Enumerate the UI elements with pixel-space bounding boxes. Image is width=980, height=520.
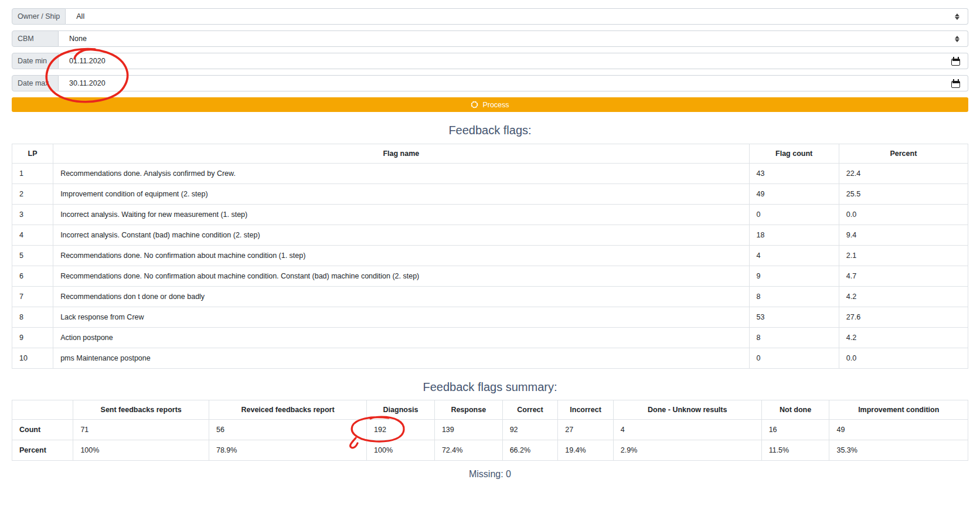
flags-table-row: 3Incorrect analysis. Waiting for new mea… <box>12 205 968 225</box>
summary-table-row: Count7156192139922741649 <box>12 420 968 440</box>
flags-table-body: 1Recommendations done. Analysis confirme… <box>12 164 968 369</box>
percent-cell: 4.2 <box>839 328 968 348</box>
flags-col-percent: Percent <box>839 144 968 164</box>
summary-value-cell: 27 <box>558 420 614 440</box>
flag-count-cell: 8 <box>749 287 839 307</box>
percent-cell: 9.4 <box>839 225 968 246</box>
summary-col-8: Not done <box>761 400 829 420</box>
filter-form: Owner / Ship All CBM None Date min 01.11… <box>0 0 980 91</box>
summary-col-9: Improvement condition <box>829 400 968 420</box>
percent-cell: 0.0 <box>839 348 968 369</box>
select-arrows-icon <box>955 13 959 20</box>
percent-cell: 22.4 <box>839 164 968 184</box>
owner-ship-label: Owner / Ship <box>12 8 66 25</box>
date-max-label: Date max <box>12 75 59 91</box>
calendar-icon[interactable] <box>951 57 961 66</box>
summary-value-cell: 192 <box>367 420 435 440</box>
flags-table-header-row: LP Flag name Flag count Percent <box>12 144 968 164</box>
date-min-label: Date min <box>12 53 59 69</box>
summary-row-label: Percent <box>12 440 73 461</box>
summary-value-cell: 56 <box>209 420 366 440</box>
summary-col-2: Reveiced feedbacks report <box>209 400 366 420</box>
flag-count-cell: 4 <box>749 246 839 266</box>
summary-col-6: Incorrect <box>558 400 614 420</box>
summary-value-cell: 35.3% <box>829 440 968 461</box>
summary-col-7: Done - Unknow results <box>613 400 761 420</box>
flag-count-cell: 43 <box>749 164 839 184</box>
date-max-value: 30.11.2020 <box>69 79 106 87</box>
flags-table-row: 7Recommendations don t done or done badl… <box>12 287 968 307</box>
summary-col-5: Correct <box>502 400 558 420</box>
summary-value-cell: 16 <box>761 420 829 440</box>
summary-value-cell: 49 <box>829 420 968 440</box>
summary-value-cell: 66.2% <box>502 440 558 461</box>
flags-table-row: 5Recommendations done. No confirmation a… <box>12 246 968 266</box>
lp-cell: 6 <box>12 266 53 287</box>
cbm-value: None <box>69 35 87 43</box>
flag-count-cell: 53 <box>749 307 839 328</box>
lp-cell: 7 <box>12 287 53 307</box>
flag-count-cell: 0 <box>749 348 839 369</box>
percent-cell: 2.1 <box>839 246 968 266</box>
flag-count-cell: 9 <box>749 266 839 287</box>
flags-table-row: 9Action postpone84.2 <box>12 328 968 348</box>
summary-col-1: Sent feedbacks reports <box>73 400 209 420</box>
process-button-label: Process <box>482 101 509 109</box>
flags-col-name: Flag name <box>53 144 749 164</box>
summary-value-cell: 4 <box>613 420 761 440</box>
lp-cell: 8 <box>12 307 53 328</box>
percent-cell: 4.7 <box>839 266 968 287</box>
summary-value-cell: 19.4% <box>558 440 614 461</box>
cbm-select[interactable]: None <box>59 30 968 47</box>
summary-value-cell: 139 <box>434 420 502 440</box>
date-max-input[interactable]: 30.11.2020 <box>59 75 968 91</box>
owner-ship-value: All <box>76 12 84 21</box>
flag-name-cell: Recommendations done. Analysis confirmed… <box>53 164 749 184</box>
filter-row-cbm: CBM None <box>12 30 968 47</box>
lp-cell: 10 <box>12 348 53 369</box>
calendar-icon[interactable] <box>951 79 961 88</box>
spinner-icon <box>471 101 478 108</box>
flag-count-cell: 18 <box>749 225 839 246</box>
summary-value-cell: 2.9% <box>613 440 761 461</box>
summary-value-cell: 72.4% <box>434 440 502 461</box>
flags-table-row: 6Recommendations done. No confirmation a… <box>12 266 968 287</box>
cbm-label: CBM <box>12 30 59 47</box>
lp-cell: 2 <box>12 184 53 205</box>
summary-value-cell: 92 <box>502 420 558 440</box>
flags-table-row: 4Incorrect analysis. Constant (bad) mach… <box>12 225 968 246</box>
summary-table-row: Percent100%78.9%100%72.4%66.2%19.4%2.9%1… <box>12 440 968 461</box>
summary-col-0 <box>12 400 73 420</box>
flag-count-cell: 8 <box>749 328 839 348</box>
summary-table-title: Feedback flags summary: <box>0 379 980 395</box>
owner-ship-select[interactable]: All <box>66 8 968 25</box>
summary-value-cell: 100% <box>73 440 209 461</box>
flag-name-cell: Improvement condition of equipment (2. s… <box>53 184 749 205</box>
summary-col-4: Response <box>434 400 502 420</box>
date-min-input[interactable]: 01.11.2020 <box>59 53 968 69</box>
lp-cell: 9 <box>12 328 53 348</box>
flag-count-cell: 0 <box>749 205 839 225</box>
flag-name-cell: Incorrect analysis. Waiting for new meas… <box>53 205 749 225</box>
summary-table-body: Count7156192139922741649Percent100%78.9%… <box>12 420 968 461</box>
lp-cell: 5 <box>12 246 53 266</box>
percent-cell: 27.6 <box>839 307 968 328</box>
flags-table-row: 1Recommendations done. Analysis confirme… <box>12 164 968 184</box>
flag-name-cell: Recommendations done. No confirmation ab… <box>53 266 749 287</box>
flags-table-row: 10pms Maintenance postpone00.0 <box>12 348 968 369</box>
percent-cell: 25.5 <box>839 184 968 205</box>
process-button[interactable]: Process <box>12 97 968 112</box>
summary-table: Sent feedbacks reportsReveiced feedbacks… <box>12 400 968 461</box>
flags-table-title: Feedback flags: <box>0 122 980 138</box>
filter-row-owner-ship: Owner / Ship All <box>12 8 968 25</box>
flag-name-cell: Lack response from Crew <box>53 307 749 328</box>
summary-value-cell: 71 <box>73 420 209 440</box>
page: Owner / Ship All CBM None Date min 01.11… <box>0 0 980 520</box>
date-min-value: 01.11.2020 <box>69 57 106 65</box>
filter-row-date-max: Date max 30.11.2020 <box>12 75 968 91</box>
flags-table: LP Flag name Flag count Percent 1Recomme… <box>12 144 968 369</box>
flag-name-cell: pms Maintenance postpone <box>53 348 749 369</box>
missing-count-label: Missing: 0 <box>0 469 980 480</box>
summary-table-header-row: Sent feedbacks reportsReveiced feedbacks… <box>12 400 968 420</box>
flag-name-cell: Recommendations done. No confirmation ab… <box>53 246 749 266</box>
